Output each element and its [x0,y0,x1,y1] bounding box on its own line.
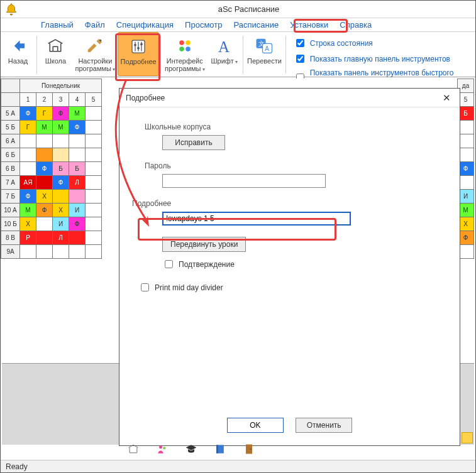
password-input[interactable] [162,174,326,188]
schedule-cell[interactable]: Ф [20,190,36,204]
close-icon[interactable]: ✕ [440,92,453,104]
schedule-cell[interactable] [53,148,69,162]
tab-schedule[interactable]: Расписание [233,20,279,30]
chk-main-toolbar[interactable]: Показать главную панель инструментов [294,53,469,65]
row-header: 9А [1,245,20,259]
schedule-cell[interactable] [36,148,53,162]
row-header: 5 Б [1,121,20,134]
mini-school-icon[interactable] [126,442,140,456]
school-icon [46,35,65,57]
schedule-cell[interactable] [20,162,36,176]
bell-icon [1,3,22,16]
schedule-cell[interactable]: Л [53,231,69,245]
chk-confirm[interactable]: Подтверждение [162,258,445,270]
schedule-cell[interactable] [36,231,53,245]
schedule-cell[interactable] [20,134,36,148]
schedule-cell[interactable] [69,134,86,148]
mini-door-icon[interactable] [242,442,256,456]
schedule-cell[interactable]: Ф [20,107,36,121]
schedule-cell[interactable]: М [53,121,69,134]
mini-book-icon[interactable] [213,442,227,456]
schedule-cell[interactable] [86,107,102,121]
svg-point-3 [137,47,140,50]
tab-file[interactable]: Файл [85,20,105,30]
ribbon-font[interactable]: A Шрифт [207,32,241,76]
schedule-cell[interactable] [86,121,102,134]
schedule-cell[interactable] [86,134,102,148]
schedule-cell[interactable] [53,134,69,148]
schedule-cell[interactable]: Л [69,176,86,190]
row-header: 8 В [1,231,20,245]
svg-point-2 [134,44,136,46]
schedule-cell[interactable] [86,176,102,190]
svg-point-8 [185,46,191,52]
schedule-cell[interactable]: Б [69,162,86,176]
schedule-cell[interactable] [69,231,86,245]
schedule-cell[interactable]: М [36,121,53,134]
schedule-cell[interactable] [20,245,36,259]
schedule-cell[interactable] [69,245,86,259]
mini-people-icon[interactable] [155,442,169,456]
mini-hat-icon[interactable] [184,442,198,456]
tab-view[interactable]: Просмотр [185,20,222,30]
schedule-cell[interactable]: Х [53,204,69,217]
schedule-cell[interactable] [69,190,86,204]
schedule-cell[interactable]: Х [20,217,36,231]
schedule-cell[interactable]: И [69,204,86,217]
schedule-cell[interactable]: Ф [36,204,53,217]
ribbon-program-settings[interactable]: Настройки программы [73,32,118,76]
tab-help[interactable]: Справка [340,20,372,30]
fix-button[interactable]: Исправить [162,135,225,150]
row-header: 5 А [1,107,20,121]
schedule-cell[interactable]: Ф [36,162,53,176]
cancel-button[interactable]: Отменить [296,418,352,433]
ribbon-interface[interactable]: Интерфейс программы [162,32,207,76]
command-input[interactable] [162,212,351,226]
schedule-cell[interactable]: Ф [53,107,69,121]
schedule-cell[interactable] [36,217,53,231]
schedule-cell[interactable] [86,245,102,259]
ribbon-school[interactable]: Школа [38,32,73,76]
tab-spec[interactable]: Спецификация [116,20,174,30]
schedule-cell[interactable] [36,176,53,190]
schedule-cell[interactable]: Ф [53,176,69,190]
ribbon-translate[interactable]: 文A Перевести [245,32,284,76]
schedule-cell[interactable]: И [53,217,69,231]
chk-print-divider[interactable]: Print mid day divider [138,281,445,293]
schedule-cell[interactable] [36,134,53,148]
schedule-cell[interactable] [53,245,69,259]
schedule-cell[interactable]: Г [36,107,53,121]
ok-button[interactable]: OK [227,418,284,433]
schedule-grid: Понедельник123455 АФГФМ5 БГММФ6 А6 Б6 ВФ… [1,79,102,259]
schedule-cell[interactable] [86,190,102,204]
schedule-cell[interactable]: АЯ [20,176,36,190]
tab-settings[interactable]: Установки [290,20,328,30]
schedule-cell[interactable]: М [20,204,36,217]
label-password: Пароль [145,161,445,170]
ribbon-back[interactable]: Назад [1,32,35,76]
schedule-cell[interactable] [86,162,102,176]
row-header: 6 В [1,162,20,176]
schedule-cell[interactable] [36,245,53,259]
tab-main[interactable]: Главный [41,20,74,30]
schedule-cell[interactable] [20,148,36,162]
schedule-cell[interactable]: Х [36,190,53,204]
svg-point-15 [163,447,165,449]
schedule-cell[interactable]: Г [20,121,36,134]
chk-status-row[interactable]: Строка состояния [294,37,469,49]
schedule-cell[interactable] [86,148,102,162]
schedule-cell[interactable]: Р [20,231,36,245]
schedule-cell[interactable]: Б [53,162,69,176]
move-lessons-button[interactable]: Передвинуть уроки [162,237,246,252]
schedule-cell[interactable]: Ф [69,121,86,134]
schedule-cell[interactable] [86,204,102,217]
schedule-cell[interactable] [86,231,102,245]
schedule-cell[interactable]: Ф [69,217,86,231]
ribbon-more[interactable]: Подробнее [118,32,160,76]
panel-tab[interactable] [462,432,473,443]
schedule-cell[interactable] [53,190,69,204]
day-header: Понедельник [20,79,102,93]
schedule-cell[interactable] [86,217,102,231]
schedule-cell[interactable]: М [69,107,86,121]
schedule-cell[interactable] [69,148,86,162]
